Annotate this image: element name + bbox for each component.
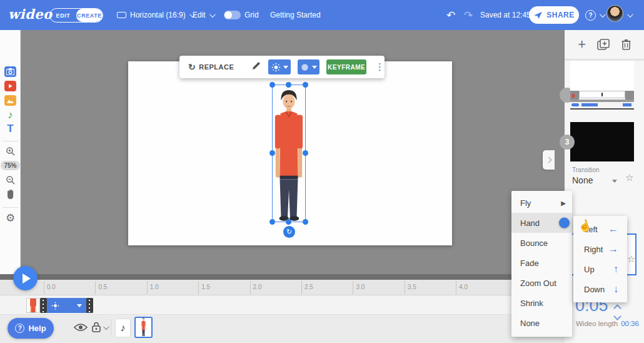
menu-item-zoom-out[interactable]: Zoom Out	[511, 273, 572, 293]
ruler-tick-label: 2.5	[304, 284, 313, 290]
selection-box[interactable]	[272, 84, 306, 222]
resize-handle-s[interactable]	[286, 219, 291, 225]
zoom-in-icon	[6, 146, 16, 156]
duplicate-slide-button[interactable]	[597, 39, 610, 50]
submenu-item-up[interactable]: Up↑	[573, 259, 627, 279]
bar-end-grip[interactable]	[86, 298, 93, 313]
menu-item-hand[interactable]: Hand▶	[511, 213, 572, 233]
pencil-icon	[251, 61, 261, 71]
delete-slide-button[interactable]	[621, 39, 631, 50]
music-note-icon: ♪	[8, 109, 13, 121]
toggle-switch-icon[interactable]	[224, 11, 241, 19]
selected-animation-dot	[559, 218, 570, 228]
aspect-ratio-dropdown[interactable]: Horizontal (16:9)	[117, 0, 194, 30]
ruler-tick	[353, 281, 353, 294]
image-button[interactable]	[0, 95, 21, 106]
direction-arrow-icon: ↑	[613, 264, 618, 275]
chevron-down-icon[interactable]	[77, 304, 82, 307]
zoom-in-button[interactable]	[0, 146, 21, 156]
duration-up-chevron[interactable]	[613, 304, 621, 312]
resize-handle-ne[interactable]	[303, 82, 308, 88]
divider	[111, 319, 111, 335]
submenu-item-right[interactable]: Right→	[573, 239, 627, 259]
keyframe-button[interactable]: KEYFRAME	[326, 59, 366, 74]
play-button[interactable]	[13, 266, 38, 290]
menu-item-fly[interactable]: Fly▶	[511, 193, 572, 213]
ruler-tick-label: 3.5	[408, 284, 416, 290]
menu-item-label: Zoom Out	[520, 279, 556, 288]
ruler-tick-label: 0.5	[98, 284, 107, 290]
zoom-level-badge[interactable]: 75%	[0, 161, 21, 170]
ruler-tick	[147, 281, 148, 294]
appear-animation-icon	[51, 302, 59, 310]
text-button[interactable]: T	[0, 123, 21, 135]
mode-edit-button[interactable]: EDIT	[50, 9, 76, 22]
timeline-controls-row: ? Help ♪	[0, 315, 565, 343]
pan-hand-button[interactable]	[0, 189, 21, 200]
chevron-down-icon[interactable]	[103, 324, 109, 330]
video-button[interactable]	[0, 81, 21, 91]
animation-duration-bar[interactable]	[40, 298, 93, 313]
resize-handle-n[interactable]	[286, 82, 291, 88]
edit-menu[interactable]: Edit	[193, 0, 214, 30]
submenu-item-down[interactable]: Down↓	[573, 279, 627, 299]
menu-item-none[interactable]: None	[511, 313, 572, 333]
menu-item-label: Fade	[520, 259, 539, 268]
mode-create-button[interactable]: CREATE	[76, 9, 103, 22]
slide-thumbnail-2[interactable]	[570, 122, 634, 161]
timeline-header-strip[interactable]	[0, 274, 565, 280]
resize-handle-sw[interactable]	[269, 219, 275, 225]
avatar[interactable]	[606, 5, 623, 22]
resize-handle-nw[interactable]	[269, 82, 275, 88]
menu-item-fade[interactable]: Fade	[511, 253, 572, 273]
visibility-eye-icon[interactable]	[74, 323, 88, 332]
resize-handle-e[interactable]	[303, 150, 308, 156]
animation-out-dropdown[interactable]	[298, 59, 320, 74]
appear-animation-icon	[271, 63, 281, 72]
aspect-ratio-label: Horizontal (16:9)	[130, 11, 186, 19]
replace-button[interactable]: ↻ REPLACE	[188, 62, 234, 72]
mode-toggle[interactable]: EDIT CREATE	[49, 8, 103, 23]
chevron-down-icon	[312, 66, 317, 69]
object-track-button[interactable]	[134, 317, 153, 338]
add-slide-button[interactable]: +	[578, 36, 586, 53]
more-options-kebab-icon[interactable]: ⋮	[375, 61, 385, 73]
chevron-down-icon	[209, 11, 216, 18]
zoom-out-button[interactable]	[0, 175, 21, 185]
favorite-star-icon[interactable]: ☆	[627, 253, 635, 265]
duration-down-chevron[interactable]	[613, 312, 621, 320]
slide-thumbnail-1[interactable]	[570, 61, 634, 110]
rotate-handle[interactable]: ↻	[283, 226, 295, 238]
bar-start-grip[interactable]	[40, 298, 47, 313]
lock-icon[interactable]	[92, 322, 101, 332]
timeline-ruler[interactable]: 0.00.51.01.52.02.53.03.54.0	[0, 280, 565, 295]
redo-button[interactable]: ↷	[464, 0, 473, 30]
help-menu[interactable]: ?	[585, 0, 604, 30]
edit-pencil-button[interactable]	[251, 61, 261, 73]
undo-button[interactable]: ↶	[446, 0, 455, 30]
settings-button[interactable]: ⚙	[0, 212, 21, 225]
objects-camera-button[interactable]	[0, 66, 21, 77]
animation-in-dropdown[interactable]	[268, 59, 291, 74]
ruler-tick-label: 2.0	[253, 284, 262, 290]
grid-toggle[interactable]: Grid	[224, 0, 259, 30]
account-dropdown[interactable]	[627, 0, 631, 30]
divider	[3, 141, 18, 141]
help-button[interactable]: ? Help	[8, 318, 54, 339]
transition-dropdown[interactable]: None	[572, 175, 593, 185]
music-button[interactable]: ♪	[0, 109, 21, 121]
panel-collapse-handle[interactable]	[543, 150, 555, 170]
image-icon	[4, 95, 16, 106]
getting-started-link[interactable]: Getting Started	[270, 0, 321, 30]
resize-handle-se[interactable]	[303, 219, 308, 225]
resize-handle-w[interactable]	[269, 150, 275, 156]
favorite-star-icon[interactable]: ☆	[625, 172, 633, 183]
question-icon: ?	[15, 324, 24, 333]
share-button[interactable]: SHARE	[529, 6, 579, 24]
menu-item-bounce[interactable]: Bounce	[511, 233, 572, 253]
menu-item-shrink[interactable]: Shrink	[511, 293, 572, 313]
ruler-tick	[198, 281, 199, 294]
audio-track-button[interactable]: ♪	[115, 319, 131, 337]
track-object-thumbnail[interactable]	[26, 298, 39, 313]
text-T-icon: T	[7, 123, 13, 135]
